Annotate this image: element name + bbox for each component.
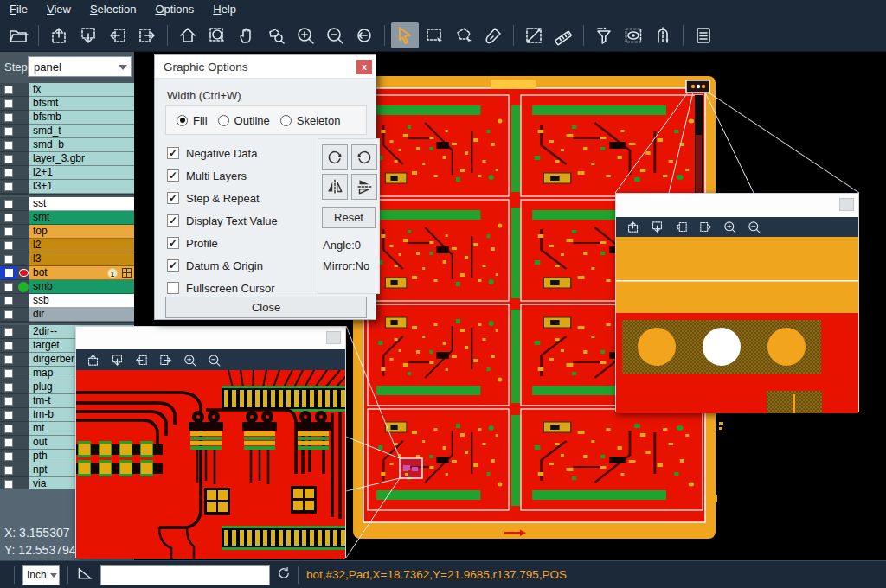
dialog-titlebar[interactable]: Graphic Options x <box>155 55 376 79</box>
ruler-button[interactable] <box>549 22 577 48</box>
zoom-window-left[interactable] <box>75 326 346 558</box>
unit-select[interactable]: Inch <box>22 565 60 585</box>
radio-outline[interactable]: Outline <box>208 114 270 127</box>
select-rectangle-button[interactable] <box>421 22 448 48</box>
zoom-previous-button[interactable] <box>350 22 378 48</box>
zoom-out-button[interactable] <box>742 218 765 237</box>
zoom-window-left-titlebar[interactable] <box>76 327 345 349</box>
layer-row-bfsmb[interactable]: bfsmb <box>0 111 134 125</box>
home-button[interactable] <box>174 22 202 48</box>
radio-skeleton[interactable]: Skeleton <box>270 114 341 127</box>
layer-row-dir[interactable]: dir <box>0 308 134 322</box>
layer-name[interactable]: smt <box>29 211 134 225</box>
layer-checkbox[interactable] <box>0 422 17 436</box>
layer-name[interactable]: fx <box>29 83 134 97</box>
layer-checkbox[interactable] <box>0 367 17 380</box>
zoom-window-button[interactable] <box>203 22 231 48</box>
layer-checkbox[interactable] <box>0 180 17 194</box>
layer-checkbox[interactable] <box>0 97 17 111</box>
angle-measure-icon[interactable] <box>76 565 93 585</box>
zoom-out-button[interactable] <box>321 22 349 48</box>
view-eye-button[interactable] <box>620 22 647 48</box>
rotate-ccw-button[interactable] <box>351 144 377 170</box>
refresh-icon[interactable] <box>276 566 292 585</box>
open-folder-button[interactable] <box>4 22 32 48</box>
pan-left-button[interactable] <box>670 218 692 237</box>
layer-checkbox[interactable] <box>0 138 17 152</box>
rotate-cw-button[interactable] <box>322 144 348 170</box>
layer-name[interactable]: smd_b <box>29 138 134 152</box>
pan-right-button[interactable] <box>133 22 161 48</box>
select-polygon-button[interactable] <box>450 22 478 48</box>
measure-distance-button[interactable] <box>520 22 548 48</box>
layer-row-ssb[interactable]: ssb <box>0 294 134 308</box>
layer-name[interactable]: l2 <box>29 239 134 252</box>
layer-name[interactable]: ssb <box>29 294 134 308</box>
menu-options[interactable]: Options <box>145 0 203 19</box>
pan-down-button[interactable] <box>74 22 102 48</box>
pan-left-button[interactable] <box>130 350 152 369</box>
select-cursor-button[interactable] <box>391 22 419 48</box>
layer-checkbox[interactable] <box>0 125 17 138</box>
layer-checkbox[interactable] <box>0 408 17 422</box>
close-button[interactable]: Close <box>165 297 367 318</box>
layer-row-l2+1[interactable]: l2+1 <box>0 166 134 180</box>
zoom-in-button[interactable] <box>178 350 201 369</box>
layer-checkbox[interactable] <box>0 436 17 450</box>
flip-horizontal-button[interactable] <box>322 174 348 200</box>
layer-checkbox[interactable] <box>0 152 17 166</box>
layer-checkbox[interactable] <box>0 239 17 252</box>
pan-down-button[interactable] <box>106 350 128 369</box>
checkbox-multi-layers[interactable]: ✓Multi Layers <box>167 164 278 187</box>
report-button[interactable] <box>690 22 717 48</box>
layer-checkbox[interactable] <box>0 266 17 280</box>
layer-row-l3+1[interactable]: l3+1 <box>0 180 134 194</box>
layer-row-top[interactable]: top <box>0 225 134 239</box>
layer-checkbox[interactable] <box>0 252 17 266</box>
zoom-polygon-button[interactable] <box>262 22 290 48</box>
layer-checkbox[interactable] <box>0 380 17 394</box>
layer-name[interactable]: l2+1 <box>29 166 134 180</box>
menu-view[interactable]: View <box>37 0 80 19</box>
layer-name[interactable]: l3 <box>29 252 134 266</box>
layer-checkbox[interactable] <box>0 166 17 180</box>
layer-checkbox[interactable] <box>0 325 17 339</box>
layer-name[interactable]: bot1 <box>29 266 134 280</box>
layer-checkbox[interactable] <box>0 211 17 225</box>
layer-row-bot[interactable]: bot1 <box>0 266 134 280</box>
layer-name[interactable]: l3+1 <box>29 180 134 194</box>
menu-help[interactable]: Help <box>203 0 246 19</box>
layer-row-fx[interactable]: fx <box>0 83 134 97</box>
pan-up-button[interactable] <box>621 218 644 237</box>
layer-checkbox[interactable] <box>0 463 17 477</box>
step-repeat-grid-icon[interactable] <box>122 268 132 280</box>
layer-checkbox[interactable] <box>0 280 17 294</box>
step-select[interactable]: panel <box>28 56 132 77</box>
layer-row-l2[interactable]: l2 <box>0 239 134 252</box>
zoom-window-right-view[interactable] <box>616 237 858 413</box>
layer-row-bfsmt[interactable]: bfsmt <box>0 97 134 111</box>
layer-row-sst[interactable]: sst <box>0 197 134 211</box>
layer-row-layer_3.gbr[interactable]: layer_3.gbr <box>0 152 134 166</box>
window-button[interactable] <box>839 198 854 211</box>
checkbox-profile[interactable]: ✓Profile <box>167 232 278 254</box>
layer-name[interactable]: bfsmt <box>29 97 134 111</box>
pan-left-button[interactable] <box>104 22 132 48</box>
menu-file[interactable]: File <box>0 0 37 19</box>
layer-name[interactable]: smb <box>29 280 134 294</box>
filter-button[interactable] <box>590 22 618 48</box>
checkbox-step-repeat[interactable]: ✓Step & Repeat <box>167 187 278 209</box>
zoom-window-right-titlebar[interactable] <box>616 194 858 217</box>
layer-checkbox[interactable] <box>0 353 17 367</box>
brush-button[interactable] <box>479 22 507 48</box>
layer-checkbox[interactable] <box>0 450 17 463</box>
menu-selection[interactable]: Selection <box>80 0 145 19</box>
pan-right-button[interactable] <box>694 218 716 237</box>
layer-checkbox[interactable] <box>0 294 17 308</box>
zoom-window-left-view[interactable] <box>76 370 345 559</box>
flip-vertical-button[interactable] <box>351 174 377 200</box>
layer-checkbox[interactable] <box>0 111 17 125</box>
pan-hand-button[interactable] <box>233 22 260 48</box>
radio-fill[interactable]: Fill <box>166 114 208 127</box>
layer-name[interactable]: top <box>29 225 134 239</box>
